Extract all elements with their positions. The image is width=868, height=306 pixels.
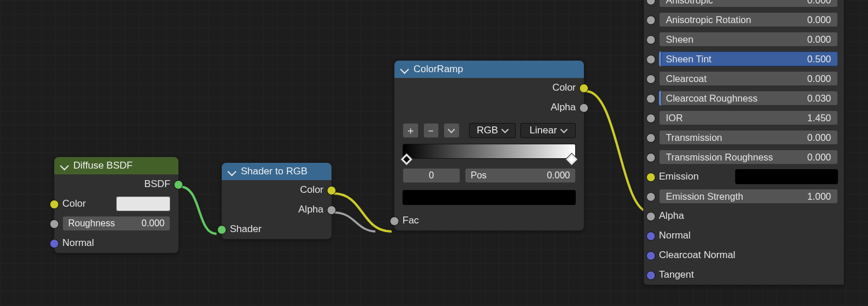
socket-output-float[interactable] [579, 103, 588, 113]
anisotropic-field[interactable]: Anisotropic0.000 [659, 0, 838, 8]
field-label: Sheen [666, 34, 694, 45]
input-row-tangent: Tangent [644, 265, 844, 285]
sheen-field[interactable]: Sheen0.000 [659, 32, 838, 47]
stop-color-swatch[interactable] [403, 190, 576, 205]
input-label: Color [62, 198, 116, 210]
field-label: Roughness [68, 218, 115, 229]
node-header[interactable]: Diffuse BSDF [54, 157, 178, 174]
field-label: Clearcoat Roughness [666, 93, 758, 104]
roughness-field[interactable]: Roughness 0.000 [62, 216, 170, 231]
field-value: 0.000 [807, 0, 831, 6]
socket-input-vector[interactable] [646, 271, 655, 280]
input-row-ior: IOR1.450 [644, 108, 844, 128]
socket-input-float[interactable] [50, 219, 59, 229]
field-value: 0.000 [807, 152, 831, 163]
color-swatch[interactable] [116, 196, 170, 211]
color-ramp-gradient[interactable] [403, 144, 576, 159]
socket-input-float[interactable] [646, 133, 655, 143]
input-label: Alpha [659, 210, 838, 222]
input-row-anisotropic-rotation: Anisotropic Rotation0.000 [644, 10, 844, 29]
dropdown-value: Linear [530, 125, 557, 136]
field-value: 1.000 [807, 191, 831, 202]
socket-output-color[interactable] [579, 84, 588, 93]
socket-output-shader[interactable] [174, 180, 183, 189]
field-label: Emission Strength [666, 191, 743, 202]
output-label: BSDF [144, 178, 170, 190]
interp-dropdown[interactable]: Linear [520, 123, 576, 138]
transmission-roughness-field[interactable]: Transmission Roughness0.000 [659, 150, 838, 165]
socket-input-float[interactable] [646, 35, 655, 44]
input-row-clearcoat: Clearcoat0.000 [644, 69, 844, 88]
field-label: Transmission Roughness [666, 152, 773, 163]
input-label: Shader [230, 223, 262, 235]
field-value: 0.000 [141, 218, 165, 229]
color-mode-dropdown[interactable]: RGB [469, 123, 516, 138]
socket-input-float[interactable] [390, 217, 399, 226]
chevron-down-icon [501, 126, 509, 133]
field-value: 0.000 [547, 170, 570, 181]
socket-input-float[interactable] [646, 212, 655, 221]
output-label: Color [300, 184, 323, 196]
clearcoat-field[interactable]: Clearcoat0.000 [659, 71, 838, 86]
output-label: Alpha [299, 204, 323, 215]
field-label: IOR [666, 113, 683, 124]
socket-input-float[interactable] [646, 0, 655, 5]
socket-input-vector[interactable] [646, 232, 655, 241]
input-row-anisotropic: Anisotropic0.000 [644, 0, 844, 10]
socket-output-color[interactable] [327, 186, 336, 195]
input-row-transmission-roughness: Transmission Roughness0.000 [644, 147, 844, 167]
input-label: Normal [62, 237, 94, 249]
emission-color-swatch[interactable] [735, 169, 838, 184]
field-label: Anisotropic [666, 0, 713, 6]
anisotropic-rotation-field[interactable]: Anisotropic Rotation0.000 [659, 12, 838, 27]
input-color: Color [54, 194, 178, 214]
ior-field[interactable]: IOR1.450 [659, 110, 838, 125]
input-fac: Fac [394, 211, 584, 230]
stop-position-field[interactable]: Pos 0.000 [465, 168, 576, 183]
transmission-field[interactable]: Transmission0.000 [659, 130, 838, 145]
node-header[interactable]: Shader to RGB [222, 163, 331, 180]
socket-input-float[interactable] [646, 114, 655, 123]
node-shader-to-rgb[interactable]: Shader to RGB Color Alpha Shader [221, 162, 332, 240]
input-row-emission: Emission [644, 167, 844, 186]
input-label: Clearcoat Normal [659, 249, 838, 261]
socket-input-float[interactable] [646, 153, 655, 162]
node-diffuse-bsdf[interactable]: Diffuse BSDF BSDF Color Roughness 0.000 … [54, 156, 179, 253]
input-shader: Shader [222, 219, 331, 239]
input-label: Tangent [659, 269, 838, 281]
field-value: 0.500 [807, 54, 831, 65]
clearcoat-roughness-field[interactable]: Clearcoat Roughness0.030 [659, 91, 838, 106]
output-color: Color [394, 78, 584, 98]
input-row-sheen-tint: Sheen Tint0.500 [644, 49, 844, 69]
socket-input-shader[interactable] [217, 225, 226, 234]
ramp-toolbar: ＋ － RGB Linear [394, 117, 584, 141]
field-value: 0 [429, 170, 434, 181]
socket-output-float[interactable] [327, 206, 336, 215]
dropdown-value: RGB [477, 125, 498, 136]
emission-strength-field[interactable]: Emission Strength1.000 [659, 189, 838, 204]
remove-stop-button[interactable]: － [423, 123, 439, 138]
socket-input-float[interactable] [646, 74, 655, 84]
node-color-ramp[interactable]: ColorRamp Color Alpha ＋ － RGB Linear 0 P… [394, 60, 584, 231]
chevron-down-icon [560, 126, 568, 133]
socket-input-color[interactable] [646, 173, 655, 182]
field-label: Sheen Tint [666, 54, 711, 65]
ramp-menu-button[interactable] [444, 123, 460, 138]
chevron-down-icon [448, 126, 455, 133]
socket-input-color[interactable] [50, 200, 59, 209]
socket-input-float[interactable] [646, 94, 655, 103]
socket-input-float[interactable] [646, 16, 655, 25]
stop-index-field[interactable]: 0 [403, 168, 460, 183]
add-stop-button[interactable]: ＋ [403, 123, 419, 138]
socket-input-vector[interactable] [50, 239, 59, 248]
node-title: Diffuse BSDF [73, 160, 133, 171]
socket-input-float[interactable] [646, 55, 655, 64]
sheen-tint-field[interactable]: Sheen Tint0.500 [659, 51, 838, 66]
node-principled-bsdf-partial[interactable]: Anisotropic0.000Anisotropic Rotation0.00… [643, 0, 844, 285]
socket-input-float[interactable] [646, 192, 655, 201]
output-label: Alpha [551, 102, 576, 113]
field-value: 0.000 [807, 14, 831, 25]
output-bsdf: BSDF [54, 174, 178, 194]
socket-input-vector[interactable] [646, 251, 655, 260]
node-header[interactable]: ColorRamp [394, 61, 584, 78]
